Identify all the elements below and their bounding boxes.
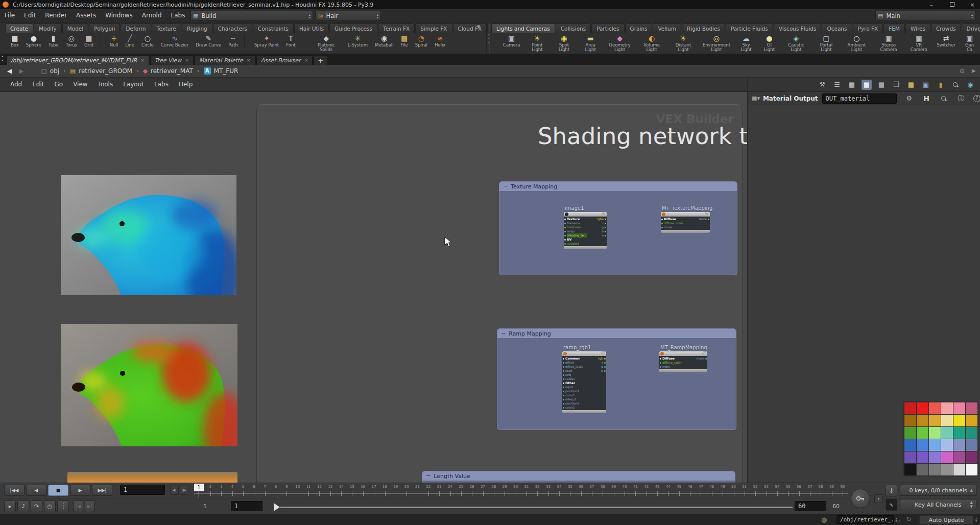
play-button[interactable]: ▶ <box>70 485 90 496</box>
input-connector-icon[interactable] <box>564 235 566 236</box>
ruler-frame-48[interactable]: 48 <box>706 483 717 498</box>
ruler-frame-58[interactable]: 58 <box>816 483 826 498</box>
pane-tab-asset-browser[interactable]: Asset Browser× <box>256 55 313 65</box>
tool-draw-curve[interactable]: ✎Draw Curve <box>196 34 221 47</box>
tool-portal-light[interactable]: ▢Portal Light <box>816 34 837 53</box>
network-menu-edit[interactable]: Edit <box>27 78 49 91</box>
shelf-tab-modify[interactable]: Modify <box>34 23 62 33</box>
info-icon[interactable]: ⓘ <box>956 93 966 104</box>
ruler-frame-2[interactable]: 2 <box>205 483 216 498</box>
node-param-row[interactable]: color1 <box>563 393 605 397</box>
color-swatch[interactable] <box>917 427 928 439</box>
input-connector-icon[interactable] <box>660 366 661 368</box>
node-param-row[interactable]: UV <box>565 237 606 242</box>
color-swatch[interactable] <box>929 451 941 463</box>
node-param-row[interactable]: position1 <box>563 389 605 393</box>
ruler-frame-43[interactable]: 43 <box>652 483 662 498</box>
ruler-frame-24[interactable]: 24 <box>445 483 456 498</box>
ruler-frame-60[interactable]: 60 <box>837 483 848 498</box>
network-menu-tools[interactable]: Tools <box>93 78 118 91</box>
radial-menu-selector[interactable]: ◎ Hair ▴▾ <box>316 11 381 21</box>
network-menu-view[interactable]: View <box>68 78 92 91</box>
tool-circle[interactable]: ○Circle <box>141 34 154 47</box>
output-connector-icon[interactable] <box>705 358 707 360</box>
node-param-row[interactable]: input <box>563 385 605 389</box>
ruler-frame-9[interactable]: 9 <box>281 483 292 498</box>
node-param-row[interactable]: loadcolorg <box>565 225 606 229</box>
color-swatch[interactable] <box>966 439 977 451</box>
step-forward-button[interactable]: |▶ <box>180 486 188 495</box>
shortcut-set-selector[interactable]: ▤ Main ▴▾ <box>875 11 975 21</box>
recook-icon[interactable]: ↻ <box>906 515 912 523</box>
update-mode-selector[interactable]: Auto Update <box>919 515 973 524</box>
shelf-tab-terrain-fx[interactable]: Terrain FX <box>378 23 415 33</box>
tick-style-icon[interactable]: ┊ <box>57 500 69 512</box>
color-swatch[interactable] <box>904 439 916 451</box>
node-header[interactable]: /// <box>661 212 710 217</box>
node-ramp-rgb1[interactable]: ramp_rgb1///Commonrgboffsetroffset_scale… <box>562 345 606 413</box>
ruler-frame-14[interactable]: 14 <box>336 483 346 498</box>
tool-caustic-light[interactable]: ◈Caustic Light <box>784 34 808 53</box>
ruler-frame-4[interactable]: 4 <box>227 483 237 498</box>
color-swatch[interactable] <box>966 464 977 475</box>
node-header[interactable]: /// <box>659 351 707 356</box>
node-header[interactable]: /// <box>564 212 607 217</box>
shelf-tab-viscous-fluids[interactable]: Viscous Fluids <box>774 23 822 33</box>
color-swatch[interactable] <box>953 439 965 451</box>
shelf-tab-wires[interactable]: Wires <box>905 23 930 33</box>
shelf-tab-particle-fluids[interactable]: Particle Fluids <box>726 23 773 33</box>
node-header[interactable]: /// <box>562 351 606 356</box>
maximize-button[interactable] <box>946 2 958 8</box>
ruler-frame-17[interactable]: 17 <box>369 483 379 498</box>
search-icon[interactable] <box>939 93 949 104</box>
tool-stereo-camera[interactable]: ▣Stereo Camera <box>876 34 901 53</box>
node-param-row[interactable]: position2 <box>563 401 605 405</box>
network-box-header[interactable]: −Length Value <box>422 471 735 481</box>
color-swatch[interactable] <box>966 415 977 426</box>
menu-labs[interactable]: Labs <box>166 9 190 22</box>
menu-render[interactable]: Render <box>40 9 71 22</box>
ruler-frame-41[interactable]: 41 <box>630 483 641 498</box>
input-connector-icon[interactable] <box>661 223 663 224</box>
ruler-frame-23[interactable]: 23 <box>434 483 445 498</box>
tool-point-light[interactable]: ☀Point Light <box>527 34 547 53</box>
breadcrumb-item-mt-fur[interactable]: AMT_FUR <box>201 67 242 75</box>
ruler-frame-22[interactable]: 22 <box>423 483 434 498</box>
gallery-icon[interactable]: ▮ <box>936 80 946 90</box>
output-connector-icon[interactable] <box>604 370 606 372</box>
keys-summary-button[interactable]: 0 keys, 0/0 channels ▲ <box>900 485 976 496</box>
ruler-frame-26[interactable]: 26 <box>467 483 477 498</box>
shelf-tab-grains[interactable]: Grains <box>625 23 653 33</box>
color-swatch[interactable] <box>966 451 977 463</box>
ruler-frame-52[interactable]: 52 <box>750 483 761 498</box>
tree-list-icon[interactable]: ☰ <box>832 80 842 90</box>
input-connector-icon[interactable] <box>660 362 661 364</box>
tool-box[interactable]: ■Box <box>11 34 19 47</box>
tool-camera[interactable]: ▣Camera <box>503 34 520 47</box>
ruler-frame-6[interactable]: 6 <box>249 483 259 498</box>
node-param-row[interactable]: end <box>563 373 605 377</box>
ruler-frame-18[interactable]: 18 <box>379 483 390 498</box>
shelf-tab-rigid-bodies[interactable]: Rigid Bodies <box>682 23 725 33</box>
ruler-frame-39[interactable]: 39 <box>608 483 619 498</box>
shelf-tab-cloud-fx[interactable]: Cloud FX <box>453 23 487 33</box>
ruler-frame-42[interactable]: 42 <box>641 483 652 498</box>
ruler-frame-44[interactable]: 44 <box>663 483 674 498</box>
current-frame-marker[interactable]: 1 <box>194 484 204 491</box>
ruler-frame-46[interactable]: 46 <box>684 483 695 498</box>
collapse-icon[interactable]: − <box>503 182 508 190</box>
node-param-row[interactable]: diffuse_color <box>662 221 709 225</box>
playback-range-slider[interactable] <box>280 507 793 508</box>
close-button[interactable]: × <box>967 2 978 8</box>
shelf-tab-drive-simulation[interactable]: Drive Simulation <box>962 23 980 33</box>
tool-spot-light[interactable]: ◉Spot Light <box>555 34 574 53</box>
tool-gi-light[interactable]: ●GI Light <box>762 34 777 53</box>
close-icon[interactable]: × <box>140 58 145 63</box>
tool-font[interactable]: TFont <box>286 34 302 47</box>
breadcrumb-item-obj[interactable]: ▢obj <box>38 67 62 75</box>
ruler-frame-5[interactable]: 5 <box>237 483 248 498</box>
background-image-icon[interactable]: ▣ <box>921 80 931 90</box>
node-param-row[interactable]: Diffusemore <box>660 356 706 361</box>
shelf-tab-crowds[interactable]: Crowds <box>931 23 961 33</box>
input-connector-icon[interactable] <box>661 219 663 220</box>
